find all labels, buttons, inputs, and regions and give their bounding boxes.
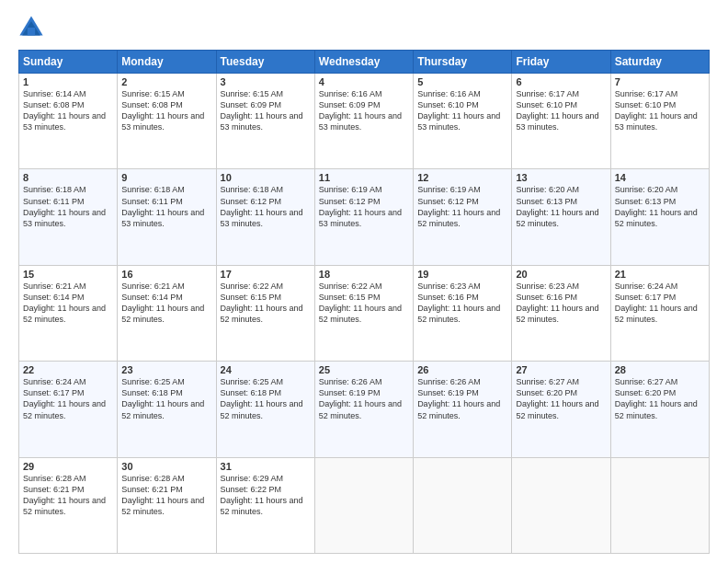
- cell-info: Sunrise: 6:22 AMSunset: 6:15 PMDaylight:…: [221, 281, 311, 326]
- cell-info: Sunrise: 6:16 AMSunset: 6:10 PMDaylight:…: [417, 88, 507, 133]
- day-number: 1: [23, 76, 113, 87]
- calendar-cell: 30Sunrise: 6:28 AMSunset: 6:21 PMDayligh…: [118, 457, 216, 553]
- cell-info: Sunrise: 6:27 AMSunset: 6:20 PMDaylight:…: [516, 376, 606, 421]
- cell-info: Sunrise: 6:22 AMSunset: 6:15 PMDaylight:…: [319, 281, 409, 326]
- day-number: 19: [417, 269, 507, 280]
- cell-info: Sunrise: 6:19 AMSunset: 6:12 PMDaylight:…: [417, 184, 507, 229]
- day-number: 17: [221, 269, 311, 280]
- calendar-header-monday: Monday: [118, 51, 216, 74]
- day-number: 2: [121, 76, 211, 87]
- calendar-cell: [610, 457, 709, 553]
- calendar-cell: 9Sunrise: 6:18 AMSunset: 6:11 PMDaylight…: [118, 169, 216, 265]
- day-number: 5: [417, 76, 507, 87]
- cell-info: Sunrise: 6:29 AMSunset: 6:22 PMDaylight:…: [221, 473, 311, 518]
- cell-info: Sunrise: 6:26 AMSunset: 6:19 PMDaylight:…: [417, 376, 507, 421]
- cell-info: Sunrise: 6:18 AMSunset: 6:11 PMDaylight:…: [23, 184, 113, 229]
- cell-info: Sunrise: 6:16 AMSunset: 6:09 PMDaylight:…: [319, 88, 409, 133]
- calendar-table: SundayMondayTuesdayWednesdayThursdayFrid…: [18, 50, 710, 554]
- calendar-cell: 17Sunrise: 6:22 AMSunset: 6:15 PMDayligh…: [216, 265, 314, 361]
- cell-info: Sunrise: 6:20 AMSunset: 6:13 PMDaylight:…: [615, 184, 705, 229]
- calendar-cell: 27Sunrise: 6:27 AMSunset: 6:20 PMDayligh…: [512, 362, 610, 457]
- calendar-cell: 28Sunrise: 6:27 AMSunset: 6:20 PMDayligh…: [610, 362, 709, 457]
- calendar-cell: 22Sunrise: 6:24 AMSunset: 6:17 PMDayligh…: [19, 362, 118, 457]
- calendar-cell: 10Sunrise: 6:18 AMSunset: 6:12 PMDayligh…: [216, 169, 314, 265]
- day-number: 26: [417, 364, 507, 375]
- cell-info: Sunrise: 6:15 AMSunset: 6:09 PMDaylight:…: [221, 88, 311, 133]
- day-number: 31: [221, 461, 311, 472]
- calendar-cell: [512, 457, 610, 553]
- calendar-cell: 2Sunrise: 6:15 AMSunset: 6:08 PMDaylight…: [118, 74, 216, 169]
- day-number: 24: [221, 364, 311, 375]
- day-number: 29: [23, 461, 113, 472]
- calendar-header-tuesday: Tuesday: [216, 51, 314, 74]
- day-number: 20: [516, 269, 606, 280]
- cell-info: Sunrise: 6:24 AMSunset: 6:17 PMDaylight:…: [615, 281, 705, 326]
- day-number: 9: [121, 172, 211, 183]
- calendar-cell: 3Sunrise: 6:15 AMSunset: 6:09 PMDaylight…: [216, 74, 314, 169]
- cell-info: Sunrise: 6:21 AMSunset: 6:14 PMDaylight:…: [121, 281, 211, 326]
- day-number: 28: [615, 364, 705, 375]
- cell-info: Sunrise: 6:18 AMSunset: 6:11 PMDaylight:…: [121, 184, 211, 229]
- calendar-header-row: SundayMondayTuesdayWednesdayThursdayFrid…: [19, 51, 710, 74]
- day-number: 23: [121, 364, 211, 375]
- top-section: [18, 15, 710, 40]
- cell-info: Sunrise: 6:28 AMSunset: 6:21 PMDaylight:…: [23, 473, 113, 518]
- calendar-cell: 16Sunrise: 6:21 AMSunset: 6:14 PMDayligh…: [118, 265, 216, 361]
- cell-info: Sunrise: 6:25 AMSunset: 6:18 PMDaylight:…: [221, 376, 311, 421]
- calendar-cell: 5Sunrise: 6:16 AMSunset: 6:10 PMDaylight…: [414, 74, 512, 169]
- calendar-cell: 1Sunrise: 6:14 AMSunset: 6:08 PMDaylight…: [19, 74, 118, 169]
- calendar-cell: 23Sunrise: 6:25 AMSunset: 6:18 PMDayligh…: [118, 362, 216, 457]
- day-number: 8: [23, 172, 113, 183]
- page: SundayMondayTuesdayWednesdayThursdayFrid…: [0, 0, 728, 563]
- cell-info: Sunrise: 6:17 AMSunset: 6:10 PMDaylight:…: [516, 88, 606, 133]
- calendar-header-sunday: Sunday: [19, 51, 118, 74]
- day-number: 22: [23, 364, 113, 375]
- calendar-cell: 4Sunrise: 6:16 AMSunset: 6:09 PMDaylight…: [314, 74, 413, 169]
- calendar-header-thursday: Thursday: [414, 51, 512, 74]
- calendar-week-row: 8Sunrise: 6:18 AMSunset: 6:11 PMDaylight…: [19, 169, 710, 265]
- calendar-cell: 13Sunrise: 6:20 AMSunset: 6:13 PMDayligh…: [512, 169, 610, 265]
- cell-info: Sunrise: 6:27 AMSunset: 6:20 PMDaylight:…: [615, 376, 705, 421]
- cell-info: Sunrise: 6:24 AMSunset: 6:17 PMDaylight:…: [23, 376, 113, 421]
- day-number: 6: [516, 76, 606, 87]
- cell-info: Sunrise: 6:14 AMSunset: 6:08 PMDaylight:…: [23, 88, 113, 133]
- calendar-cell: 19Sunrise: 6:23 AMSunset: 6:16 PMDayligh…: [414, 265, 512, 361]
- cell-info: Sunrise: 6:28 AMSunset: 6:21 PMDaylight:…: [121, 473, 211, 518]
- day-number: 16: [121, 269, 211, 280]
- calendar-cell: 25Sunrise: 6:26 AMSunset: 6:19 PMDayligh…: [314, 362, 413, 457]
- cell-info: Sunrise: 6:23 AMSunset: 6:16 PMDaylight:…: [516, 281, 606, 326]
- cell-info: Sunrise: 6:25 AMSunset: 6:18 PMDaylight:…: [121, 376, 211, 421]
- calendar-cell: [314, 457, 413, 553]
- cell-info: Sunrise: 6:21 AMSunset: 6:14 PMDaylight:…: [23, 281, 113, 326]
- cell-info: Sunrise: 6:20 AMSunset: 6:13 PMDaylight:…: [516, 184, 606, 229]
- day-number: 27: [516, 364, 606, 375]
- day-number: 21: [615, 269, 705, 280]
- calendar-week-row: 29Sunrise: 6:28 AMSunset: 6:21 PMDayligh…: [19, 457, 710, 553]
- calendar-cell: 26Sunrise: 6:26 AMSunset: 6:19 PMDayligh…: [414, 362, 512, 457]
- day-number: 18: [319, 269, 409, 280]
- calendar-cell: 31Sunrise: 6:29 AMSunset: 6:22 PMDayligh…: [216, 457, 314, 553]
- calendar-cell: 15Sunrise: 6:21 AMSunset: 6:14 PMDayligh…: [19, 265, 118, 361]
- svg-rect-2: [28, 28, 35, 35]
- logo-icon: [18, 15, 44, 40]
- calendar-cell: [414, 457, 512, 553]
- calendar-cell: 6Sunrise: 6:17 AMSunset: 6:10 PMDaylight…: [512, 74, 610, 169]
- calendar-week-row: 22Sunrise: 6:24 AMSunset: 6:17 PMDayligh…: [19, 362, 710, 457]
- calendar-cell: 12Sunrise: 6:19 AMSunset: 6:12 PMDayligh…: [414, 169, 512, 265]
- cell-info: Sunrise: 6:23 AMSunset: 6:16 PMDaylight:…: [417, 281, 507, 326]
- calendar-week-row: 1Sunrise: 6:14 AMSunset: 6:08 PMDaylight…: [19, 74, 710, 169]
- calendar-cell: 14Sunrise: 6:20 AMSunset: 6:13 PMDayligh…: [610, 169, 709, 265]
- day-number: 10: [221, 172, 311, 183]
- calendar-cell: 24Sunrise: 6:25 AMSunset: 6:18 PMDayligh…: [216, 362, 314, 457]
- day-number: 13: [516, 172, 606, 183]
- calendar-cell: 18Sunrise: 6:22 AMSunset: 6:15 PMDayligh…: [314, 265, 413, 361]
- day-number: 12: [417, 172, 507, 183]
- cell-info: Sunrise: 6:18 AMSunset: 6:12 PMDaylight:…: [221, 184, 311, 229]
- day-number: 30: [121, 461, 211, 472]
- day-number: 11: [319, 172, 409, 183]
- day-number: 3: [221, 76, 311, 87]
- calendar-header-friday: Friday: [512, 51, 610, 74]
- calendar-cell: 21Sunrise: 6:24 AMSunset: 6:17 PMDayligh…: [610, 265, 709, 361]
- cell-info: Sunrise: 6:19 AMSunset: 6:12 PMDaylight:…: [319, 184, 409, 229]
- cell-info: Sunrise: 6:26 AMSunset: 6:19 PMDaylight:…: [319, 376, 409, 421]
